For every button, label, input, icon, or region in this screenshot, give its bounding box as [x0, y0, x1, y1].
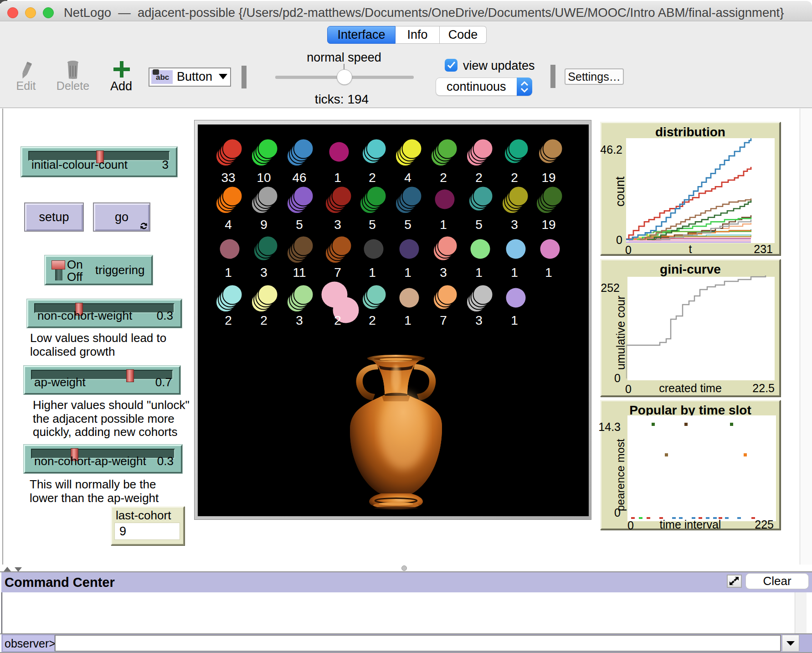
svg-text:1: 1	[511, 265, 518, 280]
svg-text:2: 2	[369, 171, 376, 185]
svg-text:3: 3	[260, 265, 267, 280]
svg-text:3: 3	[296, 313, 303, 327]
svg-text:46: 46	[292, 171, 306, 185]
svg-text:2: 2	[334, 313, 341, 327]
svg-text:1: 1	[334, 171, 341, 185]
svg-text:1: 1	[404, 313, 411, 327]
svg-text:2: 2	[511, 171, 518, 185]
svg-text:4: 4	[404, 171, 411, 185]
svg-text:2: 2	[260, 313, 267, 327]
svg-text:3: 3	[334, 218, 341, 232]
svg-text:1: 1	[545, 265, 552, 280]
svg-text:11: 11	[293, 265, 306, 280]
svg-text:4: 4	[225, 218, 232, 232]
svg-text:3: 3	[440, 265, 447, 280]
svg-text:33: 33	[221, 171, 235, 185]
svg-text:1: 1	[369, 265, 376, 280]
svg-text:9: 9	[260, 218, 267, 232]
svg-text:1: 1	[475, 265, 483, 280]
svg-text:5: 5	[369, 218, 376, 232]
svg-text:7: 7	[440, 313, 447, 327]
svg-text:1: 1	[440, 218, 447, 232]
svg-text:10: 10	[257, 171, 271, 185]
svg-text:1: 1	[511, 313, 518, 327]
svg-text:1: 1	[225, 265, 232, 280]
svg-text:5: 5	[404, 218, 411, 232]
svg-text:19: 19	[541, 218, 555, 232]
svg-text:1: 1	[404, 265, 411, 280]
svg-text:2: 2	[225, 313, 232, 327]
svg-text:2: 2	[475, 171, 483, 185]
svg-text:3: 3	[475, 313, 483, 327]
svg-text:2: 2	[369, 313, 376, 327]
svg-text:19: 19	[541, 171, 555, 185]
svg-text:2: 2	[440, 171, 447, 185]
svg-text:5: 5	[296, 218, 303, 232]
svg-text:5: 5	[475, 218, 483, 232]
svg-text:7: 7	[334, 265, 341, 280]
svg-text:3: 3	[511, 218, 518, 232]
